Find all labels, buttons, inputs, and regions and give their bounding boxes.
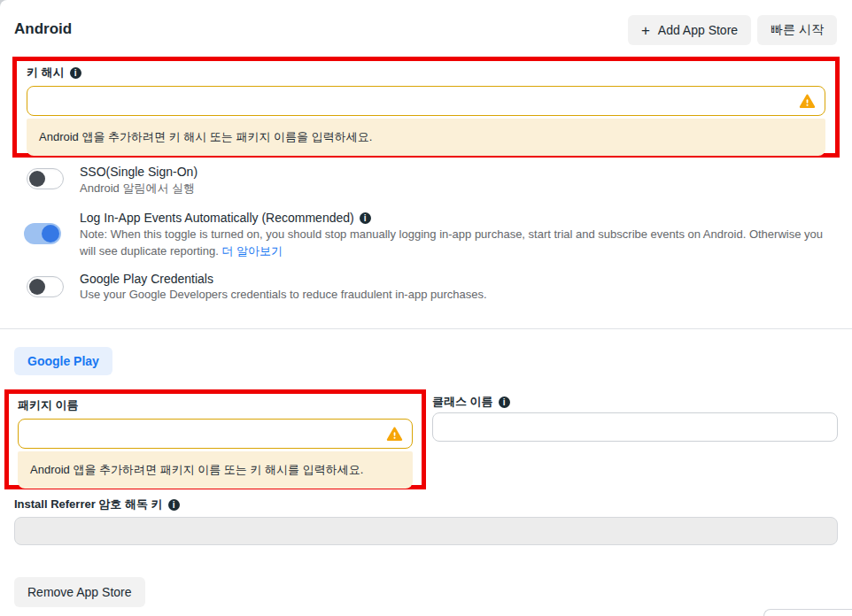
key-hash-input-wrap [27, 86, 825, 116]
google-play-credentials-subtitle: Use your Google Developers credentials t… [80, 288, 487, 301]
install-referrer-label-row: Install Referrer 암호 해독 키 [14, 496, 180, 513]
info-icon[interactable] [499, 397, 510, 408]
package-name-input-wrap [18, 419, 413, 449]
class-name-label: 클래스 이름 [432, 394, 493, 410]
info-icon[interactable] [70, 67, 81, 79]
google-play-credentials-toggle[interactable] [27, 276, 64, 297]
next-card-peek [763, 609, 852, 616]
page-title: Android [14, 20, 72, 38]
warning-icon [386, 426, 403, 443]
install-referrer-label: Install Referrer 암호 해독 키 [14, 497, 163, 512]
google-play-credentials-toggle-knob [29, 279, 45, 295]
android-settings-panel: Android + Add App Store 빠른 시작 키 해시 Andro… [0, 0, 852, 616]
key-hash-highlight-box: 키 해시 Android 앱을 추가하려면 키 해시 또는 패키지 이름을 입력… [12, 57, 840, 158]
class-name-label-row: 클래스 이름 [432, 393, 510, 411]
remove-app-store-button[interactable]: Remove App Store [14, 577, 145, 607]
key-hash-label-row: 키 해시 [27, 64, 825, 81]
log-events-title: Log In-App Events Automatically (Recomme… [80, 211, 354, 225]
package-name-warning-message: Android 앱을 추가하려면 패키지 이름 또는 키 해시를 입력하세요. [18, 451, 413, 489]
info-icon[interactable] [168, 499, 180, 511]
log-events-toggle-knob [42, 225, 59, 243]
section-divider [0, 328, 852, 329]
add-app-store-button[interactable]: + Add App Store [628, 15, 751, 45]
remove-app-store-label: Remove App Store [27, 585, 132, 599]
key-hash-warning-message: Android 앱을 추가하려면 키 해시 또는 패키지 이름을 입력하세요. [27, 119, 825, 156]
quick-start-label: 빠른 시작 [771, 22, 824, 38]
log-events-note: Note: When this toggle is turned on, you… [80, 227, 833, 259]
google-play-credentials-title: Google Play Credentials [80, 272, 213, 286]
install-referrer-input [14, 517, 838, 545]
google-play-chip[interactable]: Google Play [14, 347, 112, 375]
sso-subtitle: Android 알림에서 실행 [80, 181, 195, 196]
sso-title: SSO(Single Sign-On) [80, 165, 198, 179]
package-name-input[interactable] [18, 419, 413, 449]
warning-icon [799, 93, 816, 110]
class-name-input[interactable] [432, 412, 838, 442]
log-events-title-row: Log In-App Events Automatically (Recomme… [80, 211, 371, 225]
info-icon[interactable] [360, 212, 371, 224]
log-events-toggle[interactable] [24, 223, 61, 244]
sso-toggle-knob [29, 171, 45, 187]
package-name-highlight-box: 패키지 이름 Android 앱을 추가하려면 패키지 이름 또는 키 해시를 … [4, 389, 426, 489]
package-name-label-row: 패키지 이름 [18, 397, 413, 414]
key-hash-input[interactable] [27, 86, 825, 116]
package-name-label: 패키지 이름 [18, 397, 79, 413]
class-name-input-wrap [432, 412, 838, 442]
plus-icon: + [641, 23, 650, 38]
log-events-note-text: Note: When this toggle is turned on, you… [80, 227, 823, 258]
key-hash-label: 키 해시 [27, 65, 65, 81]
learn-more-link[interactable]: 더 알아보기 [221, 244, 283, 258]
quick-start-button[interactable]: 빠른 시작 [757, 15, 837, 45]
header-buttons: + Add App Store 빠른 시작 [628, 15, 837, 45]
add-app-store-label: Add App Store [658, 23, 738, 37]
sso-toggle[interactable] [27, 168, 64, 189]
